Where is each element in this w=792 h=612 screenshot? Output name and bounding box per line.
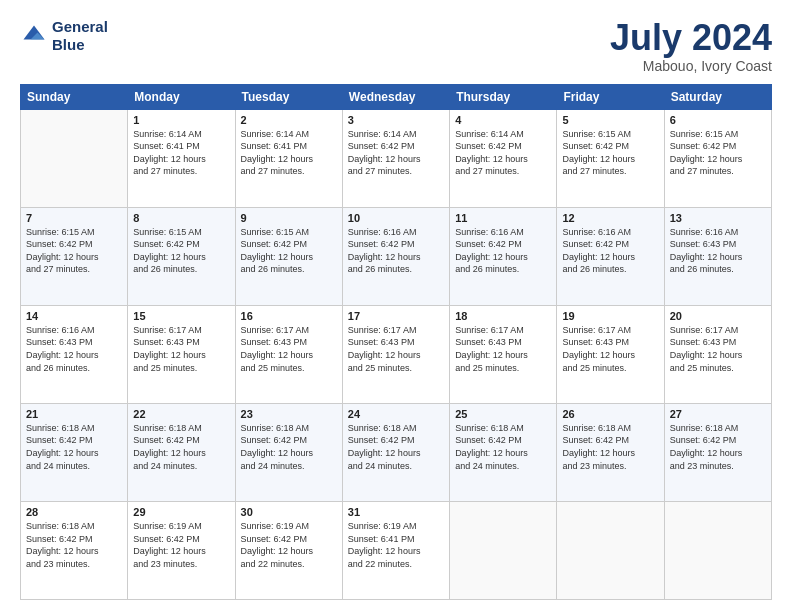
calendar-header-row: Sunday Monday Tuesday Wednesday Thursday… (21, 84, 772, 109)
day-number: 27 (670, 408, 766, 420)
table-row: 24Sunrise: 6:18 AM Sunset: 6:42 PM Dayli… (342, 403, 449, 501)
table-row: 5Sunrise: 6:15 AM Sunset: 6:42 PM Daylig… (557, 109, 664, 207)
day-info: Sunrise: 6:16 AM Sunset: 6:43 PM Dayligh… (26, 324, 122, 374)
day-number: 8 (133, 212, 229, 224)
table-row: 18Sunrise: 6:17 AM Sunset: 6:43 PM Dayli… (450, 305, 557, 403)
col-saturday: Saturday (664, 84, 771, 109)
logo: General Blue (20, 18, 108, 54)
table-row: 9Sunrise: 6:15 AM Sunset: 6:42 PM Daylig… (235, 207, 342, 305)
day-info: Sunrise: 6:17 AM Sunset: 6:43 PM Dayligh… (241, 324, 337, 374)
day-number: 3 (348, 114, 444, 126)
table-row: 8Sunrise: 6:15 AM Sunset: 6:42 PM Daylig… (128, 207, 235, 305)
day-number: 5 (562, 114, 658, 126)
day-info: Sunrise: 6:15 AM Sunset: 6:42 PM Dayligh… (562, 128, 658, 178)
day-info: Sunrise: 6:18 AM Sunset: 6:42 PM Dayligh… (241, 422, 337, 472)
calendar-week-row: 28Sunrise: 6:18 AM Sunset: 6:42 PM Dayli… (21, 501, 772, 599)
table-row: 19Sunrise: 6:17 AM Sunset: 6:43 PM Dayli… (557, 305, 664, 403)
day-info: Sunrise: 6:17 AM Sunset: 6:43 PM Dayligh… (133, 324, 229, 374)
table-row (21, 109, 128, 207)
table-row (450, 501, 557, 599)
day-info: Sunrise: 6:18 AM Sunset: 6:42 PM Dayligh… (455, 422, 551, 472)
day-info: Sunrise: 6:16 AM Sunset: 6:42 PM Dayligh… (348, 226, 444, 276)
logo-line2: Blue (52, 36, 108, 54)
table-row: 2Sunrise: 6:14 AM Sunset: 6:41 PM Daylig… (235, 109, 342, 207)
table-row: 12Sunrise: 6:16 AM Sunset: 6:42 PM Dayli… (557, 207, 664, 305)
day-number: 28 (26, 506, 122, 518)
logo-line1: General (52, 18, 108, 36)
table-row: 1Sunrise: 6:14 AM Sunset: 6:41 PM Daylig… (128, 109, 235, 207)
day-number: 6 (670, 114, 766, 126)
table-row: 25Sunrise: 6:18 AM Sunset: 6:42 PM Dayli… (450, 403, 557, 501)
day-number: 24 (348, 408, 444, 420)
col-sunday: Sunday (21, 84, 128, 109)
table-row: 22Sunrise: 6:18 AM Sunset: 6:42 PM Dayli… (128, 403, 235, 501)
day-number: 26 (562, 408, 658, 420)
table-row: 15Sunrise: 6:17 AM Sunset: 6:43 PM Dayli… (128, 305, 235, 403)
day-info: Sunrise: 6:14 AM Sunset: 6:41 PM Dayligh… (133, 128, 229, 178)
day-number: 21 (26, 408, 122, 420)
calendar-week-row: 1Sunrise: 6:14 AM Sunset: 6:41 PM Daylig… (21, 109, 772, 207)
table-row: 26Sunrise: 6:18 AM Sunset: 6:42 PM Dayli… (557, 403, 664, 501)
table-row: 16Sunrise: 6:17 AM Sunset: 6:43 PM Dayli… (235, 305, 342, 403)
location: Mabouo, Ivory Coast (610, 58, 772, 74)
day-info: Sunrise: 6:18 AM Sunset: 6:42 PM Dayligh… (26, 520, 122, 570)
table-row: 7Sunrise: 6:15 AM Sunset: 6:42 PM Daylig… (21, 207, 128, 305)
day-number: 17 (348, 310, 444, 322)
logo-text: General Blue (52, 18, 108, 54)
day-info: Sunrise: 6:18 AM Sunset: 6:42 PM Dayligh… (26, 422, 122, 472)
day-info: Sunrise: 6:14 AM Sunset: 6:42 PM Dayligh… (348, 128, 444, 178)
table-row: 20Sunrise: 6:17 AM Sunset: 6:43 PM Dayli… (664, 305, 771, 403)
table-row: 30Sunrise: 6:19 AM Sunset: 6:42 PM Dayli… (235, 501, 342, 599)
table-row: 4Sunrise: 6:14 AM Sunset: 6:42 PM Daylig… (450, 109, 557, 207)
day-info: Sunrise: 6:19 AM Sunset: 6:41 PM Dayligh… (348, 520, 444, 570)
day-number: 13 (670, 212, 766, 224)
day-info: Sunrise: 6:15 AM Sunset: 6:42 PM Dayligh… (241, 226, 337, 276)
table-row: 10Sunrise: 6:16 AM Sunset: 6:42 PM Dayli… (342, 207, 449, 305)
day-number: 25 (455, 408, 551, 420)
col-monday: Monday (128, 84, 235, 109)
col-tuesday: Tuesday (235, 84, 342, 109)
calendar-week-row: 21Sunrise: 6:18 AM Sunset: 6:42 PM Dayli… (21, 403, 772, 501)
table-row: 21Sunrise: 6:18 AM Sunset: 6:42 PM Dayli… (21, 403, 128, 501)
day-info: Sunrise: 6:17 AM Sunset: 6:43 PM Dayligh… (562, 324, 658, 374)
day-info: Sunrise: 6:17 AM Sunset: 6:43 PM Dayligh… (348, 324, 444, 374)
col-thursday: Thursday (450, 84, 557, 109)
day-number: 18 (455, 310, 551, 322)
day-number: 16 (241, 310, 337, 322)
header: General Blue July 2024 Mabouo, Ivory Coa… (20, 18, 772, 74)
day-number: 29 (133, 506, 229, 518)
col-wednesday: Wednesday (342, 84, 449, 109)
calendar-table: Sunday Monday Tuesday Wednesday Thursday… (20, 84, 772, 600)
day-number: 22 (133, 408, 229, 420)
table-row: 14Sunrise: 6:16 AM Sunset: 6:43 PM Dayli… (21, 305, 128, 403)
calendar-week-row: 7Sunrise: 6:15 AM Sunset: 6:42 PM Daylig… (21, 207, 772, 305)
day-info: Sunrise: 6:19 AM Sunset: 6:42 PM Dayligh… (241, 520, 337, 570)
day-info: Sunrise: 6:14 AM Sunset: 6:42 PM Dayligh… (455, 128, 551, 178)
calendar-week-row: 14Sunrise: 6:16 AM Sunset: 6:43 PM Dayli… (21, 305, 772, 403)
day-number: 4 (455, 114, 551, 126)
day-number: 1 (133, 114, 229, 126)
table-row (664, 501, 771, 599)
table-row: 13Sunrise: 6:16 AM Sunset: 6:43 PM Dayli… (664, 207, 771, 305)
day-info: Sunrise: 6:17 AM Sunset: 6:43 PM Dayligh… (670, 324, 766, 374)
day-info: Sunrise: 6:16 AM Sunset: 6:43 PM Dayligh… (670, 226, 766, 276)
day-info: Sunrise: 6:15 AM Sunset: 6:42 PM Dayligh… (133, 226, 229, 276)
month-title: July 2024 (610, 18, 772, 58)
day-number: 2 (241, 114, 337, 126)
day-info: Sunrise: 6:14 AM Sunset: 6:41 PM Dayligh… (241, 128, 337, 178)
day-info: Sunrise: 6:18 AM Sunset: 6:42 PM Dayligh… (670, 422, 766, 472)
day-number: 12 (562, 212, 658, 224)
table-row: 29Sunrise: 6:19 AM Sunset: 6:42 PM Dayli… (128, 501, 235, 599)
day-number: 14 (26, 310, 122, 322)
day-number: 20 (670, 310, 766, 322)
day-number: 23 (241, 408, 337, 420)
table-row (557, 501, 664, 599)
day-info: Sunrise: 6:18 AM Sunset: 6:42 PM Dayligh… (348, 422, 444, 472)
day-number: 15 (133, 310, 229, 322)
day-number: 30 (241, 506, 337, 518)
page: General Blue July 2024 Mabouo, Ivory Coa… (0, 0, 792, 612)
day-info: Sunrise: 6:16 AM Sunset: 6:42 PM Dayligh… (455, 226, 551, 276)
day-number: 11 (455, 212, 551, 224)
table-row: 27Sunrise: 6:18 AM Sunset: 6:42 PM Dayli… (664, 403, 771, 501)
day-info: Sunrise: 6:18 AM Sunset: 6:42 PM Dayligh… (562, 422, 658, 472)
